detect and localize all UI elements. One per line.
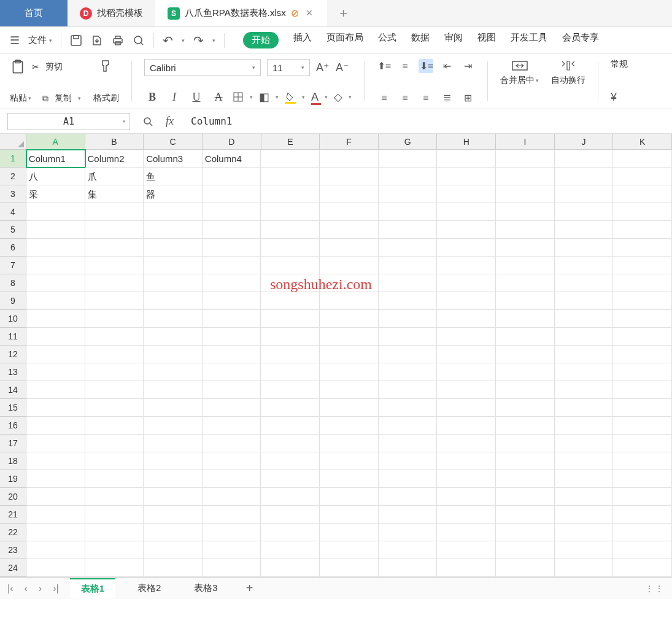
cell[interactable] [496,524,555,541]
cell[interactable] [437,363,496,381]
column-header[interactable]: C [144,134,203,150]
cell[interactable] [320,310,379,328]
cell[interactable] [320,559,379,577]
cell[interactable] [261,203,320,221]
cell[interactable] [85,239,144,257]
format-painter-icon[interactable] [99,59,114,74]
cell[interactable] [320,346,379,363]
cell[interactable] [613,346,672,363]
cell[interactable] [437,470,496,488]
save-icon[interactable] [70,34,82,47]
cell[interactable] [437,506,496,524]
cell[interactable]: 采 [26,185,85,203]
cell[interactable] [555,399,614,417]
cell[interactable] [320,185,379,203]
cell[interactable] [85,310,144,328]
row-header[interactable]: 14 [0,381,26,399]
cell[interactable] [26,239,85,257]
cell[interactable] [320,541,379,559]
cell[interactable] [437,310,496,328]
cell[interactable] [437,399,496,417]
cell[interactable] [555,185,614,203]
cell[interactable] [437,203,496,221]
copy-button[interactable]: ⧉ 复制 ▾ [42,93,81,104]
cell[interactable] [613,363,672,381]
cell[interactable] [320,488,379,506]
cell[interactable] [85,328,144,346]
next-sheet-icon[interactable]: › [39,583,42,594]
column-header[interactable]: F [320,134,379,150]
cell[interactable] [203,506,261,524]
cell[interactable] [144,274,203,292]
cell[interactable] [261,417,320,435]
last-sheet-icon[interactable]: ›| [53,583,58,594]
font-size-select[interactable]: 11 ▾ [267,59,310,76]
fx-icon[interactable]: fx [166,115,174,128]
cell[interactable] [379,346,438,363]
row-header[interactable]: 5 [0,221,26,239]
cell[interactable] [379,363,438,381]
cell-style-icon[interactable]: ◧ [259,90,269,104]
row-header[interactable]: 3 [0,185,26,203]
cell[interactable] [203,524,261,541]
cell[interactable] [555,470,614,488]
column-header[interactable]: B [85,134,144,150]
cell[interactable] [379,328,438,346]
cell[interactable] [437,239,496,257]
cell[interactable] [26,452,85,470]
cell[interactable] [26,363,85,381]
cell[interactable] [379,506,438,524]
new-tab-button[interactable]: + [327,0,360,26]
align-middle-icon[interactable]: ≡ [398,61,412,72]
cell[interactable] [26,417,85,435]
paste-icon[interactable] [10,59,26,75]
cell[interactable] [496,150,555,168]
currency-icon[interactable]: ¥ [611,91,628,104]
cell[interactable] [613,328,672,346]
cell[interactable] [379,221,438,239]
cell[interactable] [437,168,496,185]
cell[interactable]: Column3 [144,150,203,168]
tab-member[interactable]: 会员专享 [562,32,599,48]
cell[interactable] [261,310,320,328]
cell[interactable]: 爪 [85,168,144,185]
cut-button[interactable]: ✂ 剪切 [32,61,63,72]
row-header[interactable]: 8 [0,274,26,292]
cell[interactable] [261,257,320,274]
cell[interactable] [496,185,555,203]
chevron-down-icon[interactable]: ▾ [276,94,279,100]
cell[interactable] [261,541,320,559]
cell[interactable] [85,524,144,541]
cell[interactable] [613,381,672,399]
cell[interactable] [261,363,320,381]
column-header[interactable]: E [261,134,320,150]
cell[interactable] [203,274,261,292]
row-header[interactable]: 20 [0,488,26,506]
cell[interactable] [320,168,379,185]
sheet-tab-2[interactable]: 表格2 [126,579,172,598]
font-color-icon[interactable]: A [311,91,319,104]
cell[interactable] [555,381,614,399]
cell[interactable] [379,185,438,203]
cell[interactable] [613,239,672,257]
cell[interactable] [496,541,555,559]
cell[interactable] [261,168,320,185]
prev-sheet-icon[interactable]: ‹ [24,583,27,594]
cell[interactable] [26,203,85,221]
cell[interactable] [320,257,379,274]
cell[interactable]: 集 [85,185,144,203]
cell[interactable] [26,488,85,506]
cell[interactable] [85,274,144,292]
cell[interactable] [203,310,261,328]
cell[interactable] [144,399,203,417]
column-header[interactable]: I [496,134,555,150]
cell[interactable] [203,470,261,488]
cell[interactable] [144,435,203,452]
tab-data[interactable]: 数据 [411,32,430,48]
cell[interactable] [379,559,438,577]
cell[interactable] [437,150,496,168]
decrease-indent-icon[interactable]: ⇤ [439,60,454,72]
cell[interactable] [555,168,614,185]
cell[interactable] [379,524,438,541]
cell[interactable] [437,328,496,346]
